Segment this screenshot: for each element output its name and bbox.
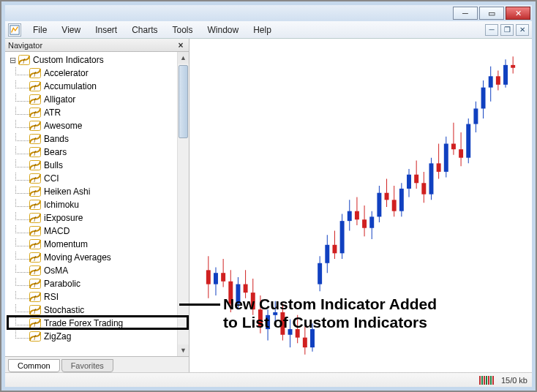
svg-text:ƒ: ƒ <box>34 255 37 261</box>
tree-item-label: Moving Averages <box>44 252 111 263</box>
indicator-icon: ƒ <box>29 147 41 157</box>
connection-icon <box>479 376 494 385</box>
tab-common[interactable]: Common <box>8 359 60 372</box>
tree-item[interactable]: ƒ OsMA <box>7 264 177 277</box>
mdi-restore-button[interactable]: ❐ <box>500 24 514 36</box>
indicator-icon: ƒ <box>29 173 41 184</box>
minimize-button[interactable]: ─ <box>453 7 478 20</box>
navigator-header: Navigator × <box>5 39 189 52</box>
navigator-title: Navigator <box>8 41 42 50</box>
svg-text:ƒ: ƒ <box>34 149 37 156</box>
indicator-icon: ƒ <box>29 252 41 263</box>
svg-text:ƒ: ƒ <box>34 176 37 182</box>
indicator-icon: ƒ <box>29 160 41 170</box>
svg-rect-96 <box>392 200 397 211</box>
tree-item[interactable]: ƒ MACD <box>7 225 177 238</box>
scroll-down-icon[interactable]: ▼ <box>178 344 189 356</box>
svg-rect-80 <box>332 245 337 254</box>
tree-item-label: ZigZag <box>44 331 71 342</box>
svg-text:ƒ: ƒ <box>34 320 37 327</box>
tree-item[interactable]: ƒ Momentum <box>7 238 177 251</box>
mdi-minimize-button[interactable]: ─ <box>485 24 498 36</box>
tree-item[interactable]: ƒ ATR <box>7 106 177 119</box>
tree-item[interactable]: ƒ CCI <box>7 172 177 185</box>
svg-text:ƒ: ƒ <box>34 123 37 129</box>
tree-item[interactable]: ƒ Alligator <box>7 93 177 106</box>
tree-item[interactable]: ƒ Parabolic <box>7 277 177 290</box>
navigator-close-icon[interactable]: × <box>176 40 186 50</box>
menu-window[interactable]: Window <box>200 23 247 37</box>
svg-rect-76 <box>318 263 322 284</box>
svg-rect-124 <box>496 76 500 85</box>
tree-item-label: Trade Forex Trading <box>44 318 123 328</box>
scroll-up-icon[interactable]: ▲ <box>178 52 189 64</box>
tree-item[interactable]: ƒ Trade Forex Trading <box>7 317 177 330</box>
svg-text:ƒ: ƒ <box>34 83 37 90</box>
menu-file[interactable]: File <box>26 23 54 37</box>
indicator-icon: ƒ <box>29 265 41 276</box>
indicator-icon: ƒ <box>29 331 41 342</box>
svg-rect-110 <box>444 143 448 171</box>
svg-text:ƒ: ƒ <box>34 110 37 116</box>
tree-item[interactable]: ƒ Bulls <box>7 159 177 172</box>
indicator-icon: ƒ <box>29 68 41 78</box>
menu-charts[interactable]: Charts <box>124 23 165 37</box>
tab-favorites[interactable]: Favorites <box>61 359 113 372</box>
indicator-icon: ƒ <box>29 186 41 197</box>
svg-rect-104 <box>421 183 426 194</box>
scroll-thumb[interactable] <box>179 65 188 138</box>
tree-item[interactable]: ƒ Moving Averages <box>7 251 177 264</box>
svg-rect-94 <box>385 193 389 200</box>
svg-text:ƒ: ƒ <box>34 189 37 195</box>
tree-item-label: Parabolic <box>44 279 80 289</box>
tree-item[interactable]: ƒ Accumulation <box>7 80 177 93</box>
svg-rect-50 <box>221 273 225 282</box>
tree-item-label: Stochastic <box>44 305 84 315</box>
tree-item[interactable]: ƒ RSI <box>7 290 177 304</box>
chart-area[interactable]: New Custom Indicator Added to List of Cu… <box>189 39 532 372</box>
tree-item[interactable]: ƒ Heiken Ashi <box>7 185 177 198</box>
maximize-button[interactable]: ▭ <box>479 7 504 20</box>
tree-item-label: Awesome <box>44 121 82 131</box>
svg-text:ƒ: ƒ <box>34 281 37 287</box>
tree-item[interactable]: ƒ Stochastic <box>7 304 177 317</box>
menu-view[interactable]: View <box>54 23 88 37</box>
annotation-line-2: to List of Custom Indicators <box>223 313 527 331</box>
tree-item[interactable]: ƒ Ichimoku <box>7 198 177 211</box>
menu-tools[interactable]: Tools <box>165 23 200 37</box>
tree-item-label: Heiken Ashi <box>44 186 90 197</box>
tree-item-label: Momentum <box>44 239 88 249</box>
expander-icon[interactable]: ⊟ <box>8 56 17 65</box>
mdi-close-button[interactable]: ✕ <box>516 24 529 36</box>
svg-text:ƒ: ƒ <box>34 162 37 169</box>
menu-help[interactable]: Help <box>246 23 279 37</box>
svg-rect-92 <box>377 193 381 217</box>
svg-text:ƒ: ƒ <box>34 307 37 314</box>
close-button[interactable]: ✕ <box>506 7 530 20</box>
svg-text:ƒ: ƒ <box>34 97 37 103</box>
indicator-icon: ƒ <box>29 226 41 236</box>
navigator-scrollbar[interactable]: ▲ ▼ <box>177 52 189 356</box>
navigator-tree[interactable]: ⊟ ƒ Custom Indicators ƒ Accelerator ƒ Ac… <box>5 52 177 356</box>
tree-item[interactable]: ƒ ZigZag <box>7 330 177 343</box>
tree-item[interactable]: ƒ iExposure <box>7 211 177 225</box>
svg-text:ƒ: ƒ <box>34 268 37 274</box>
tree-root[interactable]: ⊟ ƒ Custom Indicators <box>7 53 177 67</box>
tree-item[interactable]: ƒ Awesome <box>7 119 177 132</box>
indicator-icon: ƒ <box>29 81 41 91</box>
indicator-icon: ƒ <box>29 121 41 131</box>
svg-rect-84 <box>348 211 352 221</box>
tree-item[interactable]: ƒ Accelerator <box>7 67 177 80</box>
svg-rect-126 <box>503 65 508 85</box>
tree-item[interactable]: ƒ Bears <box>7 146 177 159</box>
indicator-icon: ƒ <box>29 292 41 302</box>
svg-rect-114 <box>459 149 463 158</box>
tree-item-label: Alligator <box>44 94 75 105</box>
svg-rect-72 <box>303 338 307 347</box>
menu-insert[interactable]: Insert <box>88 23 124 37</box>
svg-rect-102 <box>414 175 418 184</box>
svg-rect-120 <box>481 88 486 109</box>
tree-item[interactable]: ƒ Bands <box>7 132 177 146</box>
annotation-line-1: New Custom Indicator Added <box>223 295 527 313</box>
status-transfer: 15/0 kb <box>501 376 527 385</box>
